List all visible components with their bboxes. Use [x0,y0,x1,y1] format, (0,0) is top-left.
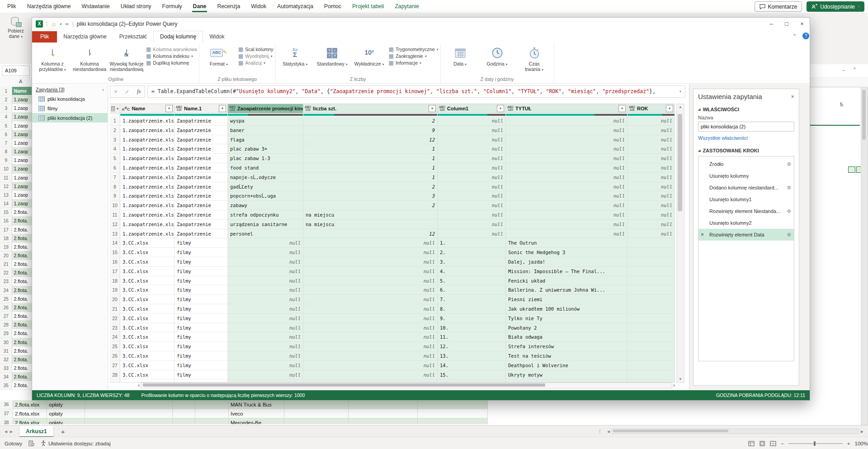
macro-record-icon[interactable] [28,440,34,446]
collapse-pane-icon[interactable]: ‹ [102,87,104,92]
ribbon-button-zaokrąglenie[interactable]: ▦Zaokrąglenie▾ [389,53,439,59]
data-cell[interactable]: null [438,154,506,163]
data-cell[interactable]: filmy [175,332,228,342]
data-cell[interactable]: Strefa interesów [506,342,627,351]
data-cell[interactable] [627,238,675,248]
column-header-zaoapatrzenie-promocji-kinowej[interactable]: ABC123Zaoapatrzenie promocji kinowej▾ [228,104,303,113]
data-cell[interactable]: null [303,257,438,267]
sheet-cell[interactable] [195,418,229,424]
sheet-cell[interactable] [284,418,349,424]
row-number[interactable]: 23 [110,323,120,333]
sheet-cell[interactable]: 2.flota. [12,338,32,347]
column-header-column1[interactable]: ABC123Column1▾ [438,104,506,113]
row-number[interactable]: 37 [0,409,13,418]
data-cell[interactable]: 12 [303,229,438,239]
row-number[interactable]: 18 [0,234,12,243]
row-number[interactable]: 4 [110,144,120,154]
data-cell[interactable]: Zaopatrzenie [175,144,228,154]
data-cell[interactable]: na miejscu [303,220,438,229]
ribbon-button-scal-kolumny[interactable]: ▦Scal kolumny [238,47,274,52]
excel-tab-układ-strony[interactable]: Układ strony [120,1,152,12]
data-cell[interactable]: 1.zaopatrzenie.xlsx [120,154,175,163]
data-cell[interactable]: Test na teściów [506,351,627,361]
data-cell[interactable]: null [303,248,438,257]
section-expand-icon[interactable]: ◢ [698,149,700,152]
data-cell[interactable]: 14. [438,361,506,370]
data-cell[interactable]: 10. [438,323,506,333]
data-cell[interactable]: null [438,173,506,182]
ribbon-button-kolumna-niestandardowa[interactable]: *Kolumnaniestandardowa [72,45,107,72]
ribbon-button-kolumna-indeksu[interactable]: ▦Kolumna indeksu▾ [146,53,197,59]
data-cell[interactable]: filmy [175,238,228,248]
row-number[interactable]: 25 [0,295,12,303]
data-cell[interactable]: personel [228,229,303,239]
data-cell[interactable]: plac zabaw 3+ [228,144,303,154]
data-cell[interactable]: 1.zaopatrzenie.xlsx [120,182,175,192]
sheet-cell[interactable]: 1.zaop [12,174,32,182]
data-cell[interactable]: null [303,314,438,323]
expand-formula-icon[interactable]: ▾ [677,86,684,97]
pq-tab-dodaj-kolumnę[interactable]: Dodaj kolumnę [153,31,203,43]
data-cell[interactable]: Zaopatrzenie [175,210,228,220]
column-header-a[interactable]: A [19,79,22,84]
gear-icon[interactable]: ⚙ [787,185,791,191]
sheet-cell[interactable] [284,409,349,418]
column-header-name[interactable]: ABCName▾ [120,104,175,113]
data-cell[interactable]: 1 [303,144,438,154]
data-cell[interactable]: 6. [438,285,506,295]
data-cell[interactable]: null [627,116,675,126]
applied-step-dodano-kolumn-niestandard-[interactable]: Dodano kolumnę niestandard...⚙ [698,182,794,194]
excel-tab-plik[interactable]: Plik [6,1,17,12]
excel-tab-zapytanie[interactable]: Zapytanie [394,1,420,12]
data-cell[interactable]: null [506,173,627,182]
data-cell[interactable]: 7. [438,295,506,304]
row-number[interactable]: 28 [110,370,120,380]
sheet-cell[interactable]: opłaty [47,418,85,424]
data-cell[interactable]: 3 [303,191,438,201]
data-cell[interactable] [627,332,675,342]
excel-tab-recenzja[interactable]: Recenzja [216,1,241,12]
data-cell[interactable]: null [228,314,303,323]
data-cell[interactable]: Piesni ziemi [506,295,627,304]
row-number[interactable]: 10 [0,165,12,173]
sheet-cell[interactable] [173,409,195,418]
sheet-cell[interactable]: MAN Truck & Bus [229,400,284,409]
row-number[interactable]: 8 [110,182,120,192]
data-cell[interactable]: null [627,173,675,182]
row-number[interactable]: 33 [0,364,12,373]
row-number[interactable]: 38 [0,418,13,424]
formula-bar-expand-icon[interactable]: ⌄ [842,67,845,72]
data-cell[interactable]: null [627,144,675,154]
sheet-cell[interactable]: opłaty [47,409,85,418]
data-cell[interactable]: Zaopatrzenie [175,191,228,201]
data-cell[interactable]: null [506,210,627,220]
sheet-cell[interactable]: 2.flota.xlsx [13,418,47,424]
data-cell[interactable]: null [303,304,438,314]
sheet-cell[interactable]: 2.flota. [12,286,32,295]
delete-step-icon[interactable]: × [701,232,704,238]
row-number[interactable]: 3 [110,135,120,145]
data-cell[interactable]: null [506,116,627,126]
data-cell[interactable]: null [627,154,675,163]
data-cell[interactable]: null [627,220,675,229]
row-number[interactable]: 16 [110,257,120,267]
data-cell[interactable]: null [438,182,506,192]
data-cell[interactable]: Zaopatrzenie [175,182,228,192]
sheet-cell[interactable] [85,409,173,418]
data-cell[interactable]: gadĹĽety [228,182,303,192]
data-cell[interactable]: filmy [175,304,228,314]
row-number[interactable]: 10 [110,201,120,210]
data-cell[interactable] [627,342,675,351]
data-cell[interactable] [627,267,675,276]
sheet-cell[interactable] [195,409,229,418]
sheet-cell[interactable]: 2.flota. [12,251,32,260]
sheet-cell[interactable]: 2.flota. [12,277,32,286]
data-cell[interactable]: 1.zaopatrzenie.xlsx [120,173,175,182]
gear-icon[interactable]: ⚙ [787,208,791,214]
data-cell[interactable]: null [438,163,506,173]
row-number[interactable]: 19 [0,243,12,251]
data-cell[interactable]: urządzenia sanitarne [228,220,303,229]
scroll-right-icon[interactable]: › [673,382,675,388]
pq-tab-widok[interactable]: Widok [203,31,231,43]
filter-icon[interactable]: ▾ [666,105,673,112]
